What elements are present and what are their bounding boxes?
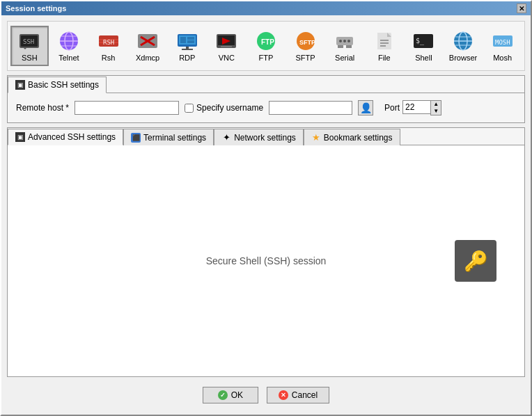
svg-rect-40 (380, 40, 389, 41)
user-icon-button[interactable]: 👤 (358, 100, 373, 115)
browser-label: Browser (449, 54, 477, 62)
sftp-label: SFTP (296, 54, 315, 62)
vnc-icon (215, 30, 237, 52)
tab-terminal-icon: ⬛ (131, 133, 141, 143)
svg-rect-41 (380, 42, 389, 44)
rdp-icon (176, 30, 198, 52)
tab-network-label: Network settings (234, 133, 296, 143)
tab-ssh-icon: ▣ (15, 80, 25, 90)
tab-advanced-ssh-label: Advanced SSH settings (28, 132, 116, 142)
basic-ssh-content: Remote host * Specify username 👤 Port ▲ … (8, 93, 524, 122)
tab-bookmark[interactable]: ★ Bookmark settings (304, 129, 400, 145)
key-icon-box: 🔑 (455, 240, 496, 282)
tab-terminal[interactable]: ⬛ Terminal settings (123, 129, 214, 145)
specify-username-text: Specify username (196, 103, 263, 113)
svg-text:FTP: FTP (261, 38, 274, 46)
session-type-ftp[interactable]: FTP FTP (247, 26, 285, 66)
title-bar: Session settings ✕ (1, 1, 531, 15)
mosh-label: Mosh (493, 54, 512, 62)
svg-rect-18 (182, 49, 193, 50)
svg-point-33 (343, 40, 346, 42)
port-label: Port (384, 103, 400, 113)
bottom-tab-content: Secure Shell (SSH) session 🔑 (8, 145, 524, 376)
ok-button[interactable]: ✓ OK (203, 387, 258, 403)
port-section: Port ▲ ▼ (384, 100, 441, 115)
session-description: Secure Shell (SSH) session (206, 255, 327, 266)
bottom-tab-row: ▣ Advanced SSH settings ⬛ Terminal setti… (8, 128, 524, 145)
basic-ssh-panel: ▣ Basic SSH settings Remote host * Speci… (7, 75, 525, 123)
session-settings-window: Session settings ✕ SSH SSH (0, 0, 532, 416)
tab-network[interactable]: ✦ Network settings (214, 129, 304, 145)
ok-label: OK (231, 390, 243, 400)
svg-text:$_: $_ (416, 37, 425, 45)
port-up-button[interactable]: ▲ (431, 101, 441, 108)
svg-rect-20 (180, 37, 186, 43)
basic-ssh-tab-row: ▣ Basic SSH settings (8, 76, 524, 93)
session-toolbar: SSH SSH Telnet (7, 21, 525, 71)
ftp-label: FTP (259, 54, 274, 62)
session-type-xdmcp[interactable]: Xdmcp (129, 26, 167, 66)
window-title: Session settings (6, 4, 66, 13)
browser-icon (452, 30, 474, 52)
session-type-file[interactable]: File (365, 26, 403, 66)
svg-rect-36 (346, 45, 352, 48)
mosh-icon: MOSH (492, 30, 514, 52)
tab-advanced-ssh[interactable]: ▣ Advanced SSH settings (8, 129, 123, 145)
svg-text:SFTP: SFTP (299, 39, 315, 46)
specify-username-checkbox[interactable] (185, 104, 194, 113)
key-icon: 🔑 (464, 250, 488, 273)
specify-username-label[interactable]: Specify username (185, 103, 263, 113)
session-type-rdp[interactable]: RDP (168, 26, 206, 66)
username-input[interactable] (269, 101, 352, 115)
session-type-rsh[interactable]: RSH Rsh (89, 26, 127, 66)
port-down-button[interactable]: ▼ (431, 108, 441, 115)
session-type-vnc[interactable]: VNC (208, 26, 246, 66)
serial-label: Serial (335, 54, 354, 62)
xdmcp-icon (136, 30, 159, 52)
tab-advanced-ssh-icon: ▣ (15, 132, 25, 142)
cancel-label: Cancel (292, 390, 318, 400)
tab-network-icon: ✦ (221, 133, 231, 143)
tab-basic-ssh[interactable]: ▣ Basic SSH settings (8, 77, 107, 93)
ssh-icon: SSH (18, 30, 40, 52)
port-spinner: ▲ ▼ (430, 100, 441, 115)
tab-bookmark-icon: ★ (311, 133, 321, 143)
file-icon (373, 30, 396, 52)
xdmcp-label: Xdmcp (136, 54, 159, 62)
rsh-label: Rsh (102, 54, 116, 62)
shell-icon: $_ (412, 30, 435, 52)
shell-label: Shell (415, 54, 432, 62)
vnc-label: VNC (219, 54, 235, 62)
svg-rect-35 (338, 45, 343, 48)
cancel-x-icon: ✕ (279, 390, 288, 400)
sftp-icon: SFTP (295, 30, 317, 52)
session-type-ssh[interactable]: SSH SSH (10, 26, 49, 66)
session-type-mosh[interactable]: MOSH Mosh (483, 26, 522, 66)
session-type-browser[interactable]: Browser (444, 26, 483, 66)
tab-bookmark-label: Bookmark settings (324, 133, 393, 143)
key-icon-container: 🔑 (455, 240, 496, 282)
close-button[interactable]: ✕ (517, 3, 526, 13)
cancel-button[interactable]: ✕ Cancel (267, 387, 329, 403)
rdp-label: RDP (179, 54, 195, 62)
session-type-shell[interactable]: $_ Shell (405, 26, 443, 66)
svg-rect-17 (186, 47, 189, 49)
remote-host-input[interactable] (75, 101, 179, 115)
ssh-label: SSH (22, 54, 38, 62)
bottom-panel: ▣ Advanced SSH settings ⬛ Terminal setti… (7, 127, 525, 377)
svg-text:RSH: RSH (103, 39, 114, 46)
svg-rect-26 (221, 46, 232, 47)
ftp-icon: FTP (255, 30, 277, 52)
svg-rect-21 (187, 37, 194, 40)
serial-icon (334, 30, 356, 52)
session-type-sftp[interactable]: SFTP SFTP (286, 26, 324, 66)
file-label: File (378, 54, 391, 62)
session-type-telnet[interactable]: Telnet (50, 26, 88, 66)
svg-text:MOSH: MOSH (495, 39, 510, 46)
tab-basic-ssh-label: Basic SSH settings (28, 80, 99, 90)
ok-check-icon: ✓ (218, 390, 228, 400)
port-input[interactable] (402, 100, 430, 114)
port-input-container: ▲ ▼ (402, 100, 441, 115)
remote-host-label: Remote host * (16, 103, 69, 113)
session-type-serial[interactable]: Serial (326, 26, 364, 66)
